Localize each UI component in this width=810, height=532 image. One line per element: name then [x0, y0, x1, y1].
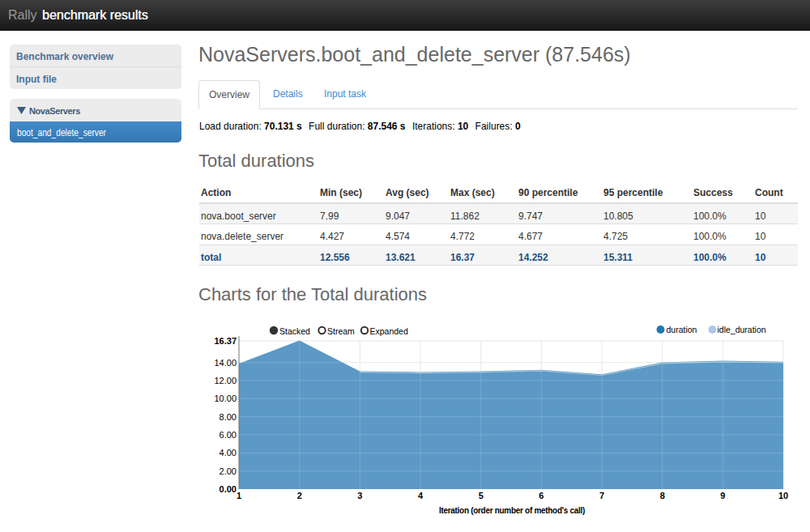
svg-text:Stream: Stream: [327, 326, 355, 336]
svg-text:4.00: 4.00: [220, 448, 237, 458]
svg-text:14.00: 14.00: [214, 358, 237, 368]
svg-text:2: 2: [297, 491, 302, 500]
svg-text:3: 3: [357, 491, 362, 500]
svg-text:idle_duration: idle_duration: [718, 325, 766, 334]
svg-text:0.00: 0.00: [220, 484, 237, 494]
svg-text:1: 1: [237, 491, 241, 500]
svg-text:duration: duration: [667, 325, 697, 334]
svg-text:6: 6: [539, 491, 544, 500]
svg-text:16.37: 16.37: [214, 336, 237, 346]
svg-text:Stacked: Stacked: [279, 326, 310, 336]
svg-text:8.00: 8.00: [220, 412, 237, 422]
svg-text:5: 5: [479, 491, 484, 500]
svg-text:2.00: 2.00: [220, 466, 237, 476]
svg-text:4: 4: [418, 491, 424, 500]
svg-text:6.00: 6.00: [220, 430, 237, 440]
svg-text:10.00: 10.00: [214, 394, 237, 403]
svg-text:Iteration (order number of met: Iteration (order number of method's call…: [439, 506, 585, 515]
svg-text:10: 10: [778, 491, 788, 500]
svg-text:Expanded: Expanded: [370, 326, 408, 336]
svg-text:7: 7: [599, 491, 604, 500]
svg-text:12.00: 12.00: [214, 376, 237, 385]
svg-text:9: 9: [720, 491, 725, 500]
svg-text:8: 8: [660, 491, 665, 500]
